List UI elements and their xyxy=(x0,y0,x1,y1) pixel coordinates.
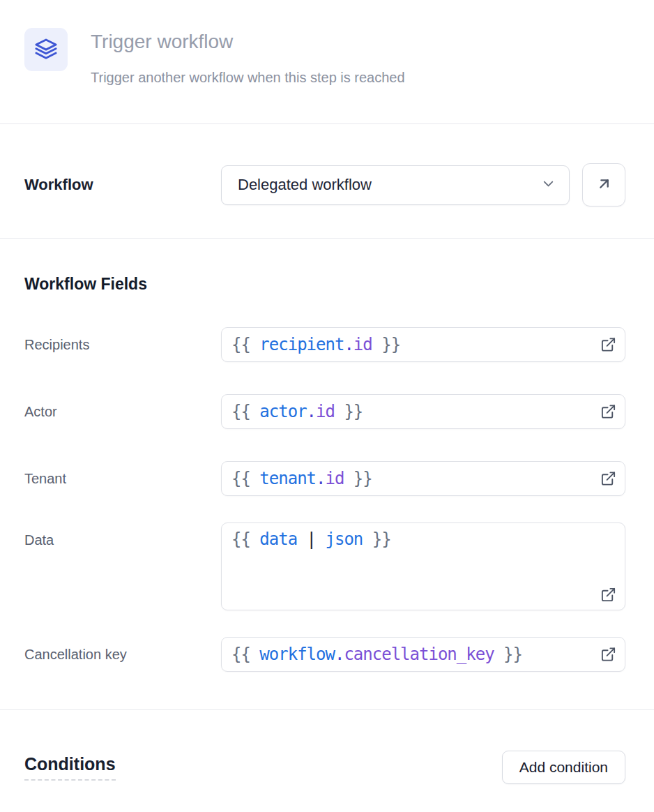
add-condition-button[interactable]: Add condition xyxy=(502,751,625,784)
workflow-fields-heading: Workflow Fields xyxy=(24,275,625,294)
field-template-input[interactable]: {{ data | json }} xyxy=(221,522,625,610)
field-label: Data xyxy=(24,522,221,548)
external-link-icon[interactable] xyxy=(600,471,616,487)
field-code: {{ actor.id }} xyxy=(231,402,363,421)
external-link-icon[interactable] xyxy=(600,404,616,420)
external-link-icon[interactable] xyxy=(600,337,616,353)
layers-icon xyxy=(34,36,58,63)
field-label: Recipients xyxy=(24,337,221,353)
external-link-icon[interactable] xyxy=(600,587,616,603)
field-template-input[interactable]: {{ recipient.id }} xyxy=(221,327,625,362)
open-workflow-button[interactable] xyxy=(582,163,625,206)
step-icon-box xyxy=(24,28,68,71)
field-row-data: Data {{ data | json }} xyxy=(24,522,625,610)
field-label: Cancellation key xyxy=(24,647,221,663)
workflow-label: Workflow xyxy=(24,176,221,194)
field-row-actor: Actor {{ actor.id }} xyxy=(24,394,625,429)
trigger-workflow-panel: Trigger workflow Trigger another workflo… xyxy=(0,0,654,812)
header-text: Trigger workflow Trigger another workflo… xyxy=(91,28,405,86)
workflow-select-value: Delegated workflow xyxy=(238,176,372,194)
workflow-select-row: Workflow Delegated workflow xyxy=(0,163,654,206)
divider xyxy=(0,709,654,710)
conditions-heading: Conditions xyxy=(24,754,116,781)
field-row-tenant: Tenant {{ tenant.id }} xyxy=(24,461,625,496)
page-subtitle: Trigger another workflow when this step … xyxy=(91,69,405,86)
field-template-input[interactable]: {{ workflow.cancellation_key }} xyxy=(221,637,625,672)
field-row-recipients: Recipients {{ recipient.id }} xyxy=(24,327,625,362)
divider xyxy=(0,238,654,239)
panel-header: Trigger workflow Trigger another workflo… xyxy=(0,0,654,86)
field-label: Tenant xyxy=(24,471,221,487)
field-template-input[interactable]: {{ actor.id }} xyxy=(221,394,625,429)
chevron-down-icon xyxy=(540,176,556,195)
workflow-select[interactable]: Delegated workflow xyxy=(221,165,570,205)
field-code: {{ tenant.id }} xyxy=(231,469,372,488)
field-template-input[interactable]: {{ tenant.id }} xyxy=(221,461,625,496)
arrow-up-right-icon xyxy=(595,175,613,195)
field-code: {{ data | json }} xyxy=(231,529,391,549)
divider xyxy=(0,123,654,124)
field-code: {{ recipient.id }} xyxy=(231,335,400,354)
workflow-fields-section: Workflow Fields Recipients {{ recipient.… xyxy=(0,275,654,672)
workflow-fields-rows: Recipients {{ recipient.id }} Actor {{ a… xyxy=(24,327,625,672)
page-title: Trigger workflow xyxy=(91,30,405,54)
external-link-icon[interactable] xyxy=(600,647,616,663)
conditions-section: Conditions Add condition xyxy=(0,751,654,784)
field-code: {{ workflow.cancellation_key }} xyxy=(231,645,522,664)
field-label: Actor xyxy=(24,404,221,420)
field-row-cancellation-key: Cancellation key {{ workflow.cancellatio… xyxy=(24,637,625,672)
